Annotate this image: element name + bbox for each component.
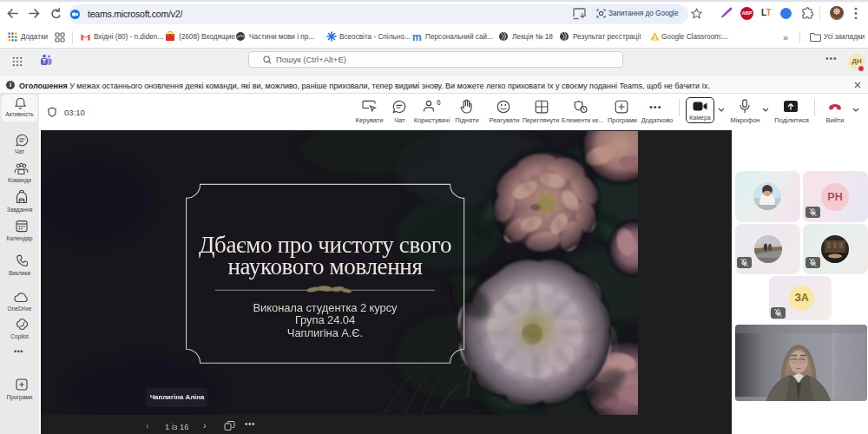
svg-text:6: 6 bbox=[437, 99, 441, 107]
